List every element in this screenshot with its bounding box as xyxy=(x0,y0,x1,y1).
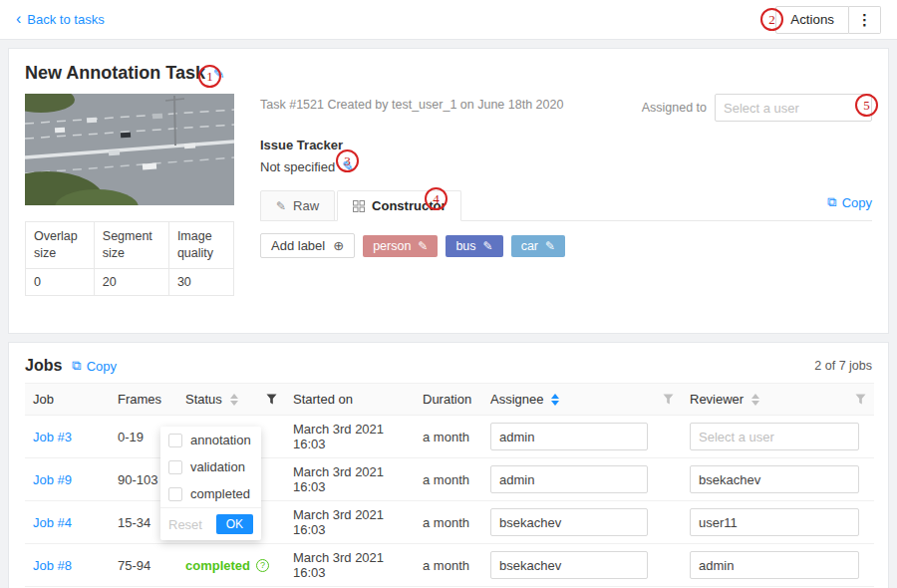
jobs-copy-icon: ⧉ xyxy=(72,358,81,374)
job-8-assignee-input[interactable] xyxy=(490,551,648,579)
back-to-tasks-link[interactable]: ‹ Back to tasks xyxy=(16,12,105,27)
labels-copy-link[interactable]: ⧉ Copy xyxy=(827,194,872,216)
jobs-table: Job Frames Status Started on Duration xyxy=(25,383,874,587)
back-chevron-icon: ‹ xyxy=(16,11,21,27)
job-9-link[interactable]: Job #9 xyxy=(33,472,72,487)
job-9-reviewer-input[interactable] xyxy=(690,465,859,493)
status-sorter-icon[interactable] xyxy=(230,394,238,406)
actions-button-group: Actions ⋮ xyxy=(775,6,881,34)
job-3-assignee-input[interactable] xyxy=(490,423,648,450)
annotation-circle-3: 3 xyxy=(336,149,359,172)
col-assignee[interactable]: Assignee xyxy=(490,392,543,407)
col-status[interactable]: Status xyxy=(185,392,222,407)
task-preview-image xyxy=(25,94,234,205)
jobs-title: Jobs xyxy=(25,357,62,375)
job-4-reviewer-input[interactable] xyxy=(690,508,859,536)
job-8-reviewer-input[interactable] xyxy=(690,551,859,579)
job-row-9: Job #9 90-103 March 3rd 2021 16:03 a mon… xyxy=(25,458,874,501)
filter-ok-button[interactable]: OK xyxy=(216,514,253,534)
assigned-to-input[interactable] xyxy=(715,94,872,122)
labels-tabs: ✎ Raw Constructor ⧉ Co xyxy=(260,190,872,221)
job-4-frames: 15-34 xyxy=(118,515,150,530)
annotation-checkbox[interactable] xyxy=(168,434,182,447)
label-pill-car[interactable]: car ✎ xyxy=(511,235,565,257)
task-info-card: New Annotation Task ✎ xyxy=(8,48,889,334)
label-pill-person[interactable]: person ✎ xyxy=(363,235,438,257)
add-label-button[interactable]: Add label ⊕ xyxy=(260,233,355,258)
more-options-button[interactable]: ⋮ xyxy=(849,6,881,34)
jobs-table-header-row: Job Frames Status Started on Duration xyxy=(25,384,874,416)
labels-copy-label: Copy xyxy=(842,195,872,210)
edit-label-person-icon[interactable]: ✎ xyxy=(418,239,428,253)
reviewer-sorter-icon[interactable] xyxy=(751,394,759,406)
param-value-segment: 20 xyxy=(94,268,168,295)
edit-label-bus-icon[interactable]: ✎ xyxy=(483,239,493,253)
job-3-reviewer-input[interactable] xyxy=(690,423,859,450)
col-started-on: Started on xyxy=(293,392,353,407)
label-person-name: person xyxy=(373,239,411,253)
filter-reset-button[interactable]: Reset xyxy=(168,517,202,532)
col-duration: Duration xyxy=(423,392,471,407)
task-title: New Annotation Task xyxy=(25,63,205,84)
plus-circle-icon: ⊕ xyxy=(333,238,344,253)
completed-checkbox[interactable] xyxy=(168,487,182,501)
assignee-filter-icon[interactable] xyxy=(663,394,674,405)
col-job: Job xyxy=(33,392,54,407)
job-8-link[interactable]: Job #8 xyxy=(33,558,72,573)
job-row-3: Job #3 0-19 March 3rd 2021 16:03 a month xyxy=(25,416,874,458)
job-4-link[interactable]: Job #4 xyxy=(33,515,72,530)
job-3-frames: 0-19 xyxy=(118,430,144,444)
job-row-4: Job #4 15-34 March 3rd 2021 16:03 a mont… xyxy=(25,501,874,544)
job-3-started: March 3rd 2021 16:03 xyxy=(293,422,384,451)
job-8-duration: a month xyxy=(423,558,469,573)
reviewer-filter-icon[interactable] xyxy=(855,394,866,405)
job-3-link[interactable]: Job #3 xyxy=(33,430,72,444)
param-value-quality: 30 xyxy=(168,268,233,295)
label-car-name: car xyxy=(521,239,538,253)
status-help-icon[interactable]: ? xyxy=(256,559,269,572)
copy-icon: ⧉ xyxy=(827,194,836,210)
job-9-duration: a month xyxy=(423,472,469,487)
job-4-assignee-input[interactable] xyxy=(490,508,648,536)
annotation-circle-2: 2 xyxy=(760,8,783,31)
job-4-duration: a month xyxy=(423,515,469,530)
filter-option-completed[interactable]: completed xyxy=(160,480,261,507)
jobs-copy-link[interactable]: ⧉ Copy xyxy=(72,358,117,374)
assigned-to-label: Assigned to xyxy=(642,101,707,115)
job-row-8: Job #8 75-94 completed ? March 3rd 2021 … xyxy=(25,544,874,587)
back-link-label: Back to tasks xyxy=(27,12,104,27)
job-9-frames: 90-103 xyxy=(118,472,157,487)
task-params-table: Overlap size Segment size Image quality … xyxy=(25,221,234,296)
task-details-page: ‹ Back to tasks Actions ⋮ New Annotation… xyxy=(0,0,897,588)
constructor-icon xyxy=(353,200,365,212)
jobs-count: 2 of 7 jobs xyxy=(814,359,872,373)
param-value-overlap: 0 xyxy=(26,268,95,295)
job-4-started: March 3rd 2021 16:03 xyxy=(293,507,384,537)
job-9-started: March 3rd 2021 16:03 xyxy=(293,464,384,494)
validation-checkbox[interactable] xyxy=(168,460,182,474)
actions-button[interactable]: Actions xyxy=(775,6,849,34)
filter-option-validation[interactable]: validation xyxy=(160,453,261,480)
jobs-copy-label: Copy xyxy=(87,359,117,374)
assignee-sorter-icon[interactable] xyxy=(551,394,559,406)
tab-raw-label: Raw xyxy=(293,198,319,213)
jobs-card: Jobs ⧉ Copy 2 of 7 jobs Job Frames Statu… xyxy=(8,342,889,588)
edit-label-car-icon[interactable]: ✎ xyxy=(545,239,555,253)
job-3-duration: a month xyxy=(423,430,469,444)
tab-raw[interactable]: ✎ Raw xyxy=(260,190,335,221)
label-bus-name: bus xyxy=(455,239,475,253)
status-filter-icon[interactable] xyxy=(266,394,277,405)
annotation-circle-5: 5 xyxy=(855,94,878,117)
col-reviewer[interactable]: Reviewer xyxy=(690,392,744,407)
annotation-circle-4: 4 xyxy=(425,187,448,210)
param-header-overlap: Overlap size xyxy=(26,222,95,269)
issue-tracker-value: Not specified xyxy=(260,159,335,174)
param-header-segment: Segment size xyxy=(94,222,168,269)
job-9-assignee-input[interactable] xyxy=(490,465,648,493)
add-label-text: Add label xyxy=(271,238,325,253)
col-frames: Frames xyxy=(118,392,161,407)
label-pill-bus[interactable]: bus ✎ xyxy=(446,235,502,257)
raw-pencil-icon: ✎ xyxy=(276,199,286,213)
filter-option-validation-label: validation xyxy=(190,459,245,474)
filter-option-annotation[interactable]: annotation xyxy=(160,427,261,453)
